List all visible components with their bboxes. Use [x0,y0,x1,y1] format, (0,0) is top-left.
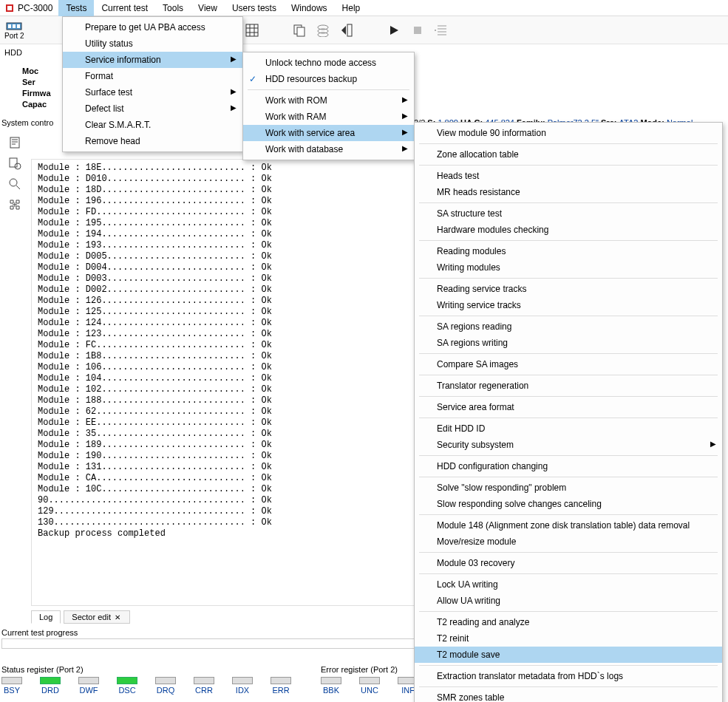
tb-exit-icon[interactable] [339,23,354,38]
menu-item-compare-sa-images[interactable]: Compare SA images [415,356,722,372]
menu-item-solve-slow-responding-problem[interactable]: Solve "slow responding" problem [415,480,722,496]
chevron-right-icon: ▶ [402,128,408,136]
grid-plus-icon[interactable] [7,197,23,213]
menu-item-work-with-database[interactable]: Work with database▶ [243,141,414,157]
menubar-item-view[interactable]: View [191,0,225,16]
menu-item-writing-modules[interactable]: Writing modules [415,259,722,276]
menu-item-zone-allocation-table[interactable]: Zone allocation table [415,146,722,163]
menu-item-prepare-to-get-ua-pba-access[interactable]: Prepare to get UA PBA access [63,19,242,35]
menu-item-surface-test[interactable]: Surface test▶ [63,84,242,100]
menu-item-reading-modules[interactable]: Reading modules [415,243,722,259]
svg-point-17 [15,163,21,169]
menu-item-mr-heads-resistance[interactable]: MR heads resistance [415,184,722,200]
info-panel: HDDMocSerFirmwaCapac [0,44,55,113]
menu-item-module-03-recovery[interactable]: Module 03 recovery [415,555,722,571]
menu-item-defect-list[interactable]: Defect list▶ [63,100,242,117]
menu-tests: Prepare to get UA PBA accessUtility stat… [62,16,243,152]
led-unc: UNC [359,677,380,695]
tab-sector-edit[interactable]: Sector edit ✕ [64,610,130,624]
led-err: ERR [271,677,291,695]
led-dsc: DSC [117,677,137,695]
menubar: PC-3000 TestsCurrent testToolsViewUsers … [0,0,728,16]
menu-item-hdd-configuration-changing[interactable]: HDD configuration changing [415,458,722,474]
menu-item-t2-reading-and-analyze[interactable]: T2 reading and analyze [415,614,722,630]
chevron-right-icon: ▶ [402,144,408,152]
menu-item-work-with-service-area[interactable]: Work with service area▶ [243,125,414,141]
tb-grid-icon[interactable] [245,23,259,38]
menu-item-format[interactable]: Format [63,68,242,84]
log-tabs: Log Sector edit ✕ [31,610,130,624]
menu-item-service-information[interactable]: Service information▶ [63,52,242,68]
svg-point-14 [435,30,436,31]
led-bsy: BSY [1,677,22,695]
svg-rect-13 [414,27,421,34]
menubar-item-users-tests[interactable]: Users tests [225,0,284,16]
led-bbk: BBK [321,677,341,695]
menubar-item-tools[interactable]: Tools [155,0,191,16]
menu-item-work-with-ram[interactable]: Work with RAM▶ [243,109,414,125]
svg-rect-6 [246,24,258,36]
doc-icon[interactable] [7,134,23,151]
tb-play-icon[interactable] [387,23,401,38]
menu-item-allow-ua-writing[interactable]: Allow UA writing [415,593,722,609]
chevron-right-icon: ▶ [402,95,408,103]
menu-item-work-with-rom[interactable]: Work with ROM▶ [243,92,414,109]
menu-item-t2-reinit[interactable]: T2 reinit [415,630,722,647]
menu-item-t2-module-save[interactable]: T2 module save [415,647,722,663]
menubar-item-current-test[interactable]: Current test [94,0,155,16]
system-controller-label: System contro [1,118,53,127]
menu-item-utility-status[interactable]: Utility status [63,35,242,52]
svg-rect-12 [347,24,352,36]
svg-rect-5 [17,24,20,28]
led-idx: IDX [232,677,253,695]
menu-item-sa-regions-reading[interactable]: SA regions reading [415,318,722,335]
led-drq: DRQ [155,677,176,695]
menu-item-module-148-alignment-zone-disk-translation-table-data-removal[interactable]: Module 148 (Alignment zone disk translat… [415,517,722,534]
chevron-right-icon: ▶ [231,87,237,95]
menu-item-remove-head[interactable]: Remove head [63,133,242,149]
menu-item-edit-hdd-id[interactable]: Edit HDD ID [415,420,722,437]
led-crr: CRR [194,677,214,695]
menu-item-service-area-format[interactable]: Service area format [415,399,722,415]
svg-rect-4 [13,24,16,28]
tb-disk-icon[interactable] [316,23,330,38]
doc-gear-icon[interactable] [7,155,23,171]
menubar-item-windows[interactable]: Windows [284,0,335,16]
tb-list-icon[interactable] [434,23,449,38]
menu-work-with-service-area: View module 90 informationZone allocatio… [414,122,723,702]
port-button[interactable]: Port 2 [0,20,29,40]
led-dwf: DWF [78,677,99,695]
menu-item-reading-service-tracks[interactable]: Reading service tracks [415,281,722,297]
menu-item-sa-structure-test[interactable]: SA structure test [415,205,722,222]
menu-item-hdd-resources-backup[interactable]: HDD resources backup✓ [243,71,414,87]
menubar-item-tests[interactable]: Tests [58,0,94,16]
menu-item-move-resize-module[interactable]: Move/resize module [415,534,722,550]
menubar-item-help[interactable]: Help [335,0,368,16]
menu-item-unlock-techno-mode-access[interactable]: Unlock techno mode access [243,55,414,71]
menu-item-slow-responding-solve-changes-canceling[interactable]: Slow responding solve changes canceling [415,496,722,512]
svg-rect-16 [10,158,17,167]
search-icon[interactable] [7,176,23,192]
menu-item-extraction-translator-metadata-from-hdd-s-logs[interactable]: Extraction translator metadata from HDD`… [415,668,722,684]
tb-stop-icon[interactable] [410,23,425,38]
menu-item-hardware-modules-checking[interactable]: Hardware modules checking [415,222,722,238]
menu-item-lock-ua-writing[interactable]: Lock UA writing [415,576,722,593]
menu-item-heads-test[interactable]: Heads test [415,168,722,184]
menu-item-smr-zones-table[interactable]: SMR zones table [415,689,722,702]
svg-rect-3 [8,24,11,28]
chevron-right-icon: ▶ [231,103,237,112]
info-label: Firmwa [4,88,51,99]
tb-copy-icon[interactable] [292,23,307,38]
check-icon: ✓ [249,74,256,84]
menu-item-clear-s-m-a-r-t[interactable]: Clear S.M.A.R.T. [63,117,242,133]
menu-item-sa-regions-writing[interactable]: SA regions writing [415,335,722,351]
menu-item-security-subsystem[interactable]: Security subsystem▶ [415,437,722,453]
menu-item-view-module-90-information[interactable]: View module 90 information [415,125,722,141]
info-label: Moc [4,66,51,77]
tab-log[interactable]: Log [31,610,61,624]
menu-item-translator-regeneration[interactable]: Translator regeneration [415,378,722,394]
status-register: Status register (Port 2) BSYDRDDWFDSCDRQ… [1,665,291,695]
chevron-right-icon: ▶ [402,112,408,120]
close-icon[interactable]: ✕ [113,613,122,621]
menu-item-writing-service-tracks[interactable]: Writing service tracks [415,297,722,313]
